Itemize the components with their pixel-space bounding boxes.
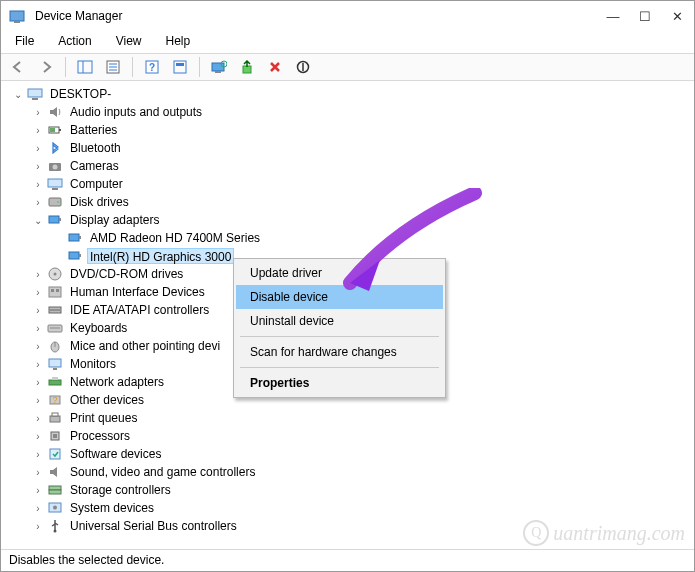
svg-rect-45 bbox=[49, 359, 61, 367]
svg-rect-38 bbox=[56, 289, 59, 292]
chevron-right-icon[interactable]: › bbox=[31, 411, 45, 425]
svg-point-23 bbox=[53, 165, 58, 170]
tree-item-storage[interactable]: ›Storage controllers bbox=[31, 481, 694, 499]
status-text: Disables the selected device. bbox=[9, 553, 164, 567]
chevron-right-icon[interactable]: › bbox=[31, 141, 45, 155]
svg-rect-15 bbox=[243, 66, 251, 73]
chevron-right-icon[interactable]: › bbox=[31, 321, 45, 335]
svg-rect-20 bbox=[59, 129, 61, 131]
svg-rect-36 bbox=[49, 287, 61, 297]
tree-item-print[interactable]: ›Print queues bbox=[31, 409, 694, 427]
hid-icon bbox=[47, 284, 63, 300]
chevron-right-icon[interactable]: › bbox=[31, 195, 45, 209]
chevron-right-icon[interactable]: › bbox=[31, 465, 45, 479]
menu-file[interactable]: File bbox=[11, 33, 38, 49]
svg-rect-54 bbox=[53, 434, 57, 438]
chevron-down-icon[interactable]: ⌄ bbox=[11, 87, 25, 101]
tree-item-cameras[interactable]: ›Cameras bbox=[31, 157, 694, 175]
svg-text:?: ? bbox=[52, 395, 57, 405]
chevron-right-icon[interactable]: › bbox=[31, 519, 45, 533]
window-title-area: Device Manager bbox=[9, 8, 122, 24]
update-driver-button[interactable] bbox=[236, 56, 258, 78]
chevron-right-icon[interactable]: › bbox=[31, 483, 45, 497]
system-icon bbox=[47, 500, 63, 516]
battery-icon bbox=[47, 122, 63, 138]
app-icon bbox=[9, 8, 25, 24]
context-menu: Update driver Disable device Uninstall d… bbox=[233, 258, 446, 398]
tree-item-system[interactable]: ›System devices bbox=[31, 499, 694, 517]
tree-item-software[interactable]: ›Software devices bbox=[31, 445, 694, 463]
tree-item-display-amd[interactable]: ›AMD Radeon HD 7400M Series bbox=[51, 229, 694, 247]
menu-help[interactable]: Help bbox=[162, 33, 195, 49]
maximize-button[interactable]: ☐ bbox=[636, 9, 654, 24]
window-title: Device Manager bbox=[35, 9, 122, 23]
display-adapter-icon bbox=[47, 212, 63, 228]
svg-rect-30 bbox=[69, 234, 79, 241]
menu-view[interactable]: View bbox=[112, 33, 146, 49]
svg-rect-46 bbox=[53, 368, 57, 370]
scan-hardware-button[interactable] bbox=[208, 56, 230, 78]
ctx-uninstall-device[interactable]: Uninstall device bbox=[236, 309, 443, 333]
forward-button[interactable] bbox=[35, 56, 57, 78]
disable-device-button[interactable] bbox=[292, 56, 314, 78]
chevron-right-icon[interactable]: › bbox=[31, 339, 45, 353]
svg-rect-56 bbox=[49, 486, 61, 490]
ctx-properties[interactable]: Properties bbox=[236, 371, 443, 395]
toolbar-divider bbox=[132, 57, 133, 77]
action-pane-button[interactable] bbox=[169, 56, 191, 78]
chevron-right-icon[interactable]: › bbox=[31, 357, 45, 371]
svg-rect-26 bbox=[49, 198, 61, 206]
tree-item-processors[interactable]: ›Processors bbox=[31, 427, 694, 445]
tree-item-sound[interactable]: ›Sound, video and game controllers bbox=[31, 463, 694, 481]
network-icon bbox=[47, 374, 63, 390]
ctx-update-driver[interactable]: Update driver bbox=[236, 261, 443, 285]
chevron-right-icon[interactable]: › bbox=[31, 303, 45, 317]
tree-item-batteries[interactable]: ›Batteries bbox=[31, 121, 694, 139]
chevron-right-icon[interactable]: › bbox=[31, 447, 45, 461]
menu-bar: File Action View Help bbox=[1, 31, 694, 53]
window-controls: ― ☐ ✕ bbox=[604, 9, 686, 24]
tree-root-row[interactable]: ⌄ DESKTOP- bbox=[11, 85, 694, 103]
chevron-right-icon[interactable]: › bbox=[31, 285, 45, 299]
disk-icon bbox=[47, 194, 63, 210]
ctx-disable-device[interactable]: Disable device bbox=[236, 285, 443, 309]
back-button[interactable] bbox=[7, 56, 29, 78]
watermark-icon: Q bbox=[523, 520, 549, 546]
minimize-button[interactable]: ― bbox=[604, 9, 622, 24]
chevron-right-icon[interactable]: › bbox=[31, 375, 45, 389]
chevron-right-icon[interactable]: › bbox=[31, 429, 45, 443]
svg-rect-31 bbox=[79, 236, 81, 239]
chevron-down-icon[interactable]: ⌄ bbox=[31, 213, 45, 227]
close-button[interactable]: ✕ bbox=[668, 9, 686, 24]
ctx-scan-hardware[interactable]: Scan for hardware changes bbox=[236, 340, 443, 364]
chevron-right-icon[interactable]: › bbox=[31, 267, 45, 281]
properties-button[interactable] bbox=[102, 56, 124, 78]
ide-icon bbox=[47, 302, 63, 318]
mouse-icon bbox=[47, 338, 63, 354]
svg-point-27 bbox=[57, 201, 59, 203]
toolbar-divider bbox=[199, 57, 200, 77]
chevron-right-icon[interactable]: › bbox=[31, 501, 45, 515]
tree-item-audio[interactable]: ›Audio inputs and outputs bbox=[31, 103, 694, 121]
svg-rect-24 bbox=[48, 179, 62, 187]
uninstall-device-button[interactable] bbox=[264, 56, 286, 78]
computer-icon bbox=[27, 86, 43, 102]
help-button[interactable]: ? bbox=[141, 56, 163, 78]
svg-rect-13 bbox=[215, 71, 221, 73]
svg-rect-28 bbox=[49, 216, 59, 223]
svg-rect-25 bbox=[52, 188, 58, 190]
tree-item-display[interactable]: ⌄Display adapters bbox=[31, 211, 694, 229]
svg-rect-55 bbox=[50, 449, 60, 459]
chevron-right-icon[interactable]: › bbox=[31, 177, 45, 191]
chevron-right-icon[interactable]: › bbox=[31, 123, 45, 137]
tree-item-computer[interactable]: ›Computer bbox=[31, 175, 694, 193]
computer-icon bbox=[47, 176, 63, 192]
chevron-right-icon[interactable]: › bbox=[31, 159, 45, 173]
tree-item-disk[interactable]: ›Disk drives bbox=[31, 193, 694, 211]
dvd-icon bbox=[47, 266, 63, 282]
show-hide-tree-button[interactable] bbox=[74, 56, 96, 78]
chevron-right-icon[interactable]: › bbox=[31, 105, 45, 119]
tree-item-bluetooth[interactable]: ›Bluetooth bbox=[31, 139, 694, 157]
menu-action[interactable]: Action bbox=[54, 33, 95, 49]
chevron-right-icon[interactable]: › bbox=[31, 393, 45, 407]
